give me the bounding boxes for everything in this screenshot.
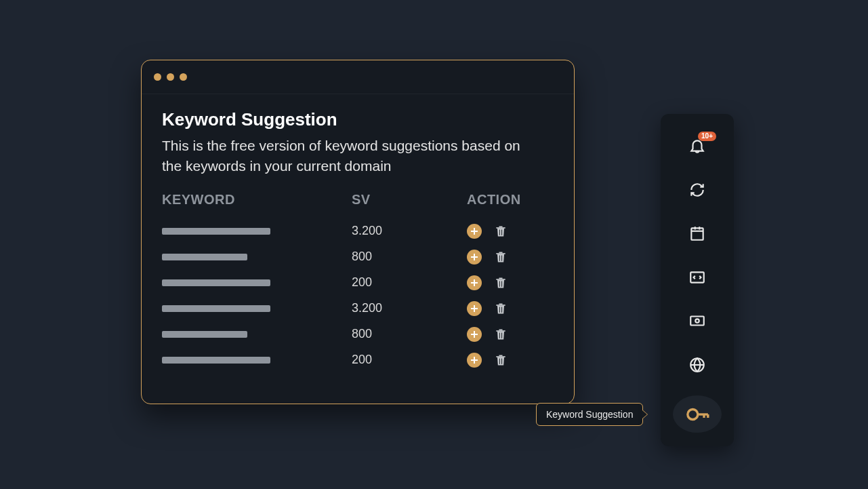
calendar-icon bbox=[688, 224, 706, 242]
trash-icon bbox=[494, 224, 508, 239]
window-dot-red[interactable] bbox=[154, 73, 161, 81]
keyword-cell bbox=[162, 305, 352, 312]
svg-rect-26 bbox=[690, 317, 704, 326]
trash-icon bbox=[494, 301, 508, 316]
svg-point-29 bbox=[688, 409, 698, 419]
add-button[interactable] bbox=[467, 250, 482, 265]
keyword-placeholder bbox=[162, 254, 247, 260]
window-dot-green[interactable] bbox=[180, 73, 187, 81]
svg-rect-2 bbox=[499, 229, 500, 235]
delete-button[interactable] bbox=[494, 327, 508, 342]
plus-icon bbox=[467, 250, 482, 265]
svg-rect-15 bbox=[501, 307, 502, 312]
sv-cell: 3.200 bbox=[352, 301, 467, 315]
sidebar-item-globe[interactable] bbox=[684, 355, 711, 376]
keyword-placeholder bbox=[162, 279, 270, 286]
svg-rect-9 bbox=[499, 277, 503, 279]
svg-rect-13 bbox=[499, 303, 503, 305]
svg-rect-11 bbox=[501, 281, 502, 286]
svg-rect-12 bbox=[496, 305, 505, 306]
plus-icon bbox=[467, 327, 482, 342]
table-row: 800 bbox=[162, 321, 554, 347]
window-titlebar bbox=[142, 60, 574, 94]
col-header-action: ACTION bbox=[467, 192, 554, 208]
plus-icon bbox=[467, 224, 482, 239]
action-cell bbox=[467, 275, 554, 290]
trash-icon bbox=[494, 327, 508, 342]
sidebar-item-calendar[interactable] bbox=[684, 223, 711, 244]
keyword-placeholder bbox=[162, 228, 270, 235]
sv-cell: 200 bbox=[352, 275, 467, 290]
svg-rect-14 bbox=[499, 307, 500, 312]
svg-point-27 bbox=[695, 319, 699, 323]
sidebar-item-notifications[interactable]: 10+ bbox=[684, 136, 711, 157]
window-content: Keyword Suggestion This is the free vers… bbox=[142, 94, 574, 387]
add-button[interactable] bbox=[467, 301, 482, 316]
plus-icon bbox=[467, 301, 482, 316]
plus-icon bbox=[467, 353, 482, 368]
svg-rect-7 bbox=[501, 255, 502, 260]
sidebar: 10+ bbox=[661, 114, 734, 446]
keyword-placeholder bbox=[162, 357, 270, 364]
code-icon bbox=[688, 269, 706, 286]
keyword-cell bbox=[162, 357, 352, 364]
svg-rect-21 bbox=[499, 355, 503, 356]
svg-rect-19 bbox=[501, 332, 502, 338]
trash-icon bbox=[494, 275, 508, 290]
refresh-icon bbox=[688, 181, 706, 199]
key-icon bbox=[684, 401, 711, 428]
add-button[interactable] bbox=[467, 327, 482, 342]
keyword-cell bbox=[162, 254, 352, 260]
window-dot-yellow[interactable] bbox=[167, 73, 174, 81]
table-row: 200 bbox=[162, 347, 554, 373]
sidebar-item-code[interactable] bbox=[684, 267, 711, 288]
add-button[interactable] bbox=[467, 275, 482, 290]
action-cell bbox=[467, 250, 554, 265]
sidebar-item-keyword-suggestion[interactable] bbox=[673, 395, 722, 433]
table-row: 800 bbox=[162, 244, 554, 270]
action-cell bbox=[467, 224, 554, 239]
table-row: 3.200 bbox=[162, 296, 554, 321]
table-row: 200 bbox=[162, 270, 554, 296]
svg-rect-10 bbox=[499, 281, 500, 286]
add-button[interactable] bbox=[467, 353, 482, 368]
delete-button[interactable] bbox=[494, 301, 508, 316]
add-button[interactable] bbox=[467, 224, 482, 239]
table-header: KEYWORD SV ACTION bbox=[162, 192, 554, 208]
keyword-cell bbox=[162, 331, 352, 338]
keyword-placeholder bbox=[162, 305, 270, 312]
svg-rect-22 bbox=[499, 358, 500, 364]
svg-rect-16 bbox=[496, 330, 505, 332]
svg-rect-18 bbox=[499, 332, 500, 338]
sidebar-item-payment[interactable] bbox=[684, 311, 711, 332]
keyword-placeholder bbox=[162, 331, 247, 338]
delete-button[interactable] bbox=[494, 353, 508, 368]
tooltip-keyword-suggestion: Keyword Suggestion bbox=[536, 403, 643, 426]
col-header-keyword: KEYWORD bbox=[162, 192, 352, 208]
table-body: 3.2008002003.200800200 bbox=[162, 218, 554, 373]
trash-icon bbox=[494, 353, 508, 368]
payment-icon bbox=[688, 312, 706, 330]
sv-cell: 800 bbox=[352, 327, 467, 341]
keyword-cell bbox=[162, 279, 352, 286]
sv-cell: 200 bbox=[352, 353, 467, 367]
plus-icon bbox=[467, 275, 482, 290]
svg-rect-4 bbox=[496, 253, 505, 254]
svg-rect-3 bbox=[501, 229, 502, 235]
svg-rect-17 bbox=[499, 329, 503, 330]
action-cell bbox=[467, 353, 554, 368]
svg-rect-5 bbox=[499, 252, 503, 253]
delete-button[interactable] bbox=[494, 250, 508, 265]
svg-rect-24 bbox=[691, 229, 703, 240]
action-cell bbox=[467, 301, 554, 316]
sidebar-item-refresh[interactable] bbox=[684, 180, 711, 201]
globe-icon bbox=[688, 356, 706, 374]
delete-button[interactable] bbox=[494, 275, 508, 290]
col-header-sv: SV bbox=[352, 192, 467, 208]
page-title: Keyword Suggestion bbox=[162, 109, 554, 130]
keyword-cell bbox=[162, 228, 352, 235]
svg-rect-6 bbox=[499, 255, 500, 260]
trash-icon bbox=[494, 250, 508, 265]
delete-button[interactable] bbox=[494, 224, 508, 239]
sv-cell: 800 bbox=[352, 250, 467, 264]
